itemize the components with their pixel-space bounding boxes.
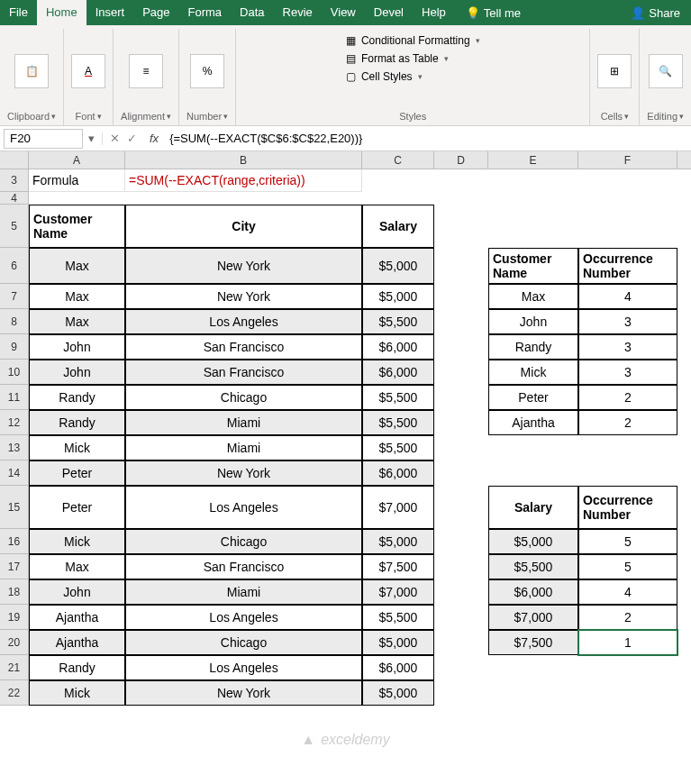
cell-e20[interactable]: $7,500 [488,630,578,655]
tab-file[interactable]: File [0,0,37,25]
cell-a19[interactable]: Ajantha [29,605,125,630]
cell-f11[interactable]: 2 [578,385,677,410]
cell-c12[interactable]: $5,500 [362,410,434,435]
cell-c14[interactable]: $6,000 [362,460,434,486]
header-occ1-name[interactable]: Customer Name [488,248,578,284]
cell-c11[interactable]: $5,500 [362,385,434,410]
cell-a14[interactable]: Peter [29,460,125,486]
row-header-21[interactable]: 21 [0,655,29,680]
col-header-b[interactable]: B [125,151,362,169]
select-all-corner[interactable] [0,151,29,169]
cell-b18[interactable]: Miami [125,579,362,605]
row-header-18[interactable]: 18 [0,579,29,605]
cell-a16[interactable]: Mick [29,529,125,554]
conditional-formatting-button[interactable]: ▦Conditional Formatting▾ [341,32,486,49]
cell-b12[interactable]: Miami [125,410,362,435]
cell-c13[interactable]: $5,500 [362,435,434,460]
cell-f20[interactable]: 1 [578,630,677,655]
cell-c8[interactable]: $5,500 [362,309,434,334]
cell-a11[interactable]: Randy [29,385,125,410]
cell-b15[interactable]: Los Angeles [125,486,362,529]
cell-b21[interactable]: Los Angeles [125,655,362,680]
row-header-7[interactable]: 7 [0,284,29,309]
cell-b14[interactable]: New York [125,460,362,486]
cell-b17[interactable]: San Francisco [125,554,362,579]
header-city[interactable]: City [125,205,362,248]
enter-icon[interactable]: ✓ [127,132,137,145]
cell-e12[interactable]: Ajantha [488,410,578,435]
cell-f7[interactable]: 4 [578,284,677,309]
cell-c7[interactable]: $5,000 [362,284,434,309]
cell-a9[interactable]: John [29,334,125,360]
col-header-d[interactable]: D [434,151,488,169]
cell-b10[interactable]: San Francisco [125,360,362,385]
cell-styles-button[interactable]: ▢Cell Styles▾ [341,68,428,85]
cell-b16[interactable]: Chicago [125,529,362,554]
cell-a6[interactable]: Max [29,248,125,284]
cell-e17[interactable]: $5,500 [488,554,578,579]
cell-f9[interactable]: 3 [578,334,677,360]
col-header-c[interactable]: C [362,151,434,169]
row-header-20[interactable]: 20 [0,630,29,655]
cells-area[interactable]: Formula=SUM(--EXACT(range,criteria))Cust… [29,169,691,706]
cell-b8[interactable]: Los Angeles [125,309,362,334]
row-header-11[interactable]: 11 [0,385,29,410]
cell-e16[interactable]: $5,000 [488,529,578,554]
row-header-3[interactable]: 3 [0,169,29,192]
row-header-8[interactable]: 8 [0,309,29,334]
cell-b11[interactable]: Chicago [125,385,362,410]
row-header-16[interactable]: 16 [0,529,29,554]
cell-e19[interactable]: $7,000 [488,605,578,630]
tab-page[interactable]: Page [133,0,178,25]
cell-e8[interactable]: John [488,309,578,334]
cell-c16[interactable]: $5,000 [362,529,434,554]
header-customer-name[interactable]: Customer Name [29,205,125,248]
cell-e11[interactable]: Peter [488,385,578,410]
cell-a20[interactable]: Ajantha [29,630,125,655]
chevron-down-icon[interactable]: ▾ [167,112,171,121]
cell-b9[interactable]: San Francisco [125,334,362,360]
tab-insert[interactable]: Insert [86,0,134,25]
cell-c20[interactable]: $5,000 [362,630,434,655]
tab-help[interactable]: Help [413,0,455,25]
cell-c18[interactable]: $7,000 [362,579,434,605]
chevron-down-icon[interactable]: ▾ [679,112,684,121]
share-button[interactable]: 👤 Share [620,0,691,25]
cell-b7[interactable]: New York [125,284,362,309]
cell-b6[interactable]: New York [125,248,362,284]
cell-c15[interactable]: $7,000 [362,486,434,529]
cell-f12[interactable]: 2 [578,410,677,435]
cell-c21[interactable]: $6,000 [362,655,434,680]
cell-c10[interactable]: $6,000 [362,360,434,385]
cell-a17[interactable]: Max [29,554,125,579]
row-header-5[interactable]: 5 [0,205,29,248]
cell-b3[interactable]: =SUM(--EXACT(range,criteria)) [125,169,362,192]
cell-b19[interactable]: Los Angeles [125,605,362,630]
header-salary[interactable]: Salary [362,205,434,248]
tab-data[interactable]: Data [231,0,273,25]
cell-a15[interactable]: Peter [29,486,125,529]
cell-a10[interactable]: John [29,360,125,385]
name-box[interactable] [4,129,83,149]
chevron-down-icon[interactable]: ▾ [624,112,629,121]
row-header-6[interactable]: 6 [0,248,29,284]
chevron-down-icon[interactable]: ▾ [97,112,102,121]
tab-review[interactable]: Revie [274,0,322,25]
cell-f17[interactable]: 5 [578,554,677,579]
cell-c6[interactable]: $5,000 [362,248,434,284]
row-header-4[interactable]: 4 [0,192,29,205]
cell-b20[interactable]: Chicago [125,630,362,655]
col-header-e[interactable]: E [488,151,578,169]
cell-c19[interactable]: $5,500 [362,605,434,630]
row-header-12[interactable]: 12 [0,410,29,435]
name-box-dropdown[interactable]: ▾ [86,132,103,145]
cell-f18[interactable]: 4 [578,579,677,605]
chevron-down-icon[interactable]: ▾ [223,112,228,121]
cells-button[interactable]: ⊞ [597,54,632,88]
chevron-down-icon[interactable]: ▾ [51,112,56,121]
row-header-14[interactable]: 14 [0,460,29,486]
format-as-table-button[interactable]: ▤Format as Table▾ [341,50,454,67]
row-header-17[interactable]: 17 [0,554,29,579]
row-header-13[interactable]: 13 [0,435,29,460]
tab-view[interactable]: View [322,0,365,25]
